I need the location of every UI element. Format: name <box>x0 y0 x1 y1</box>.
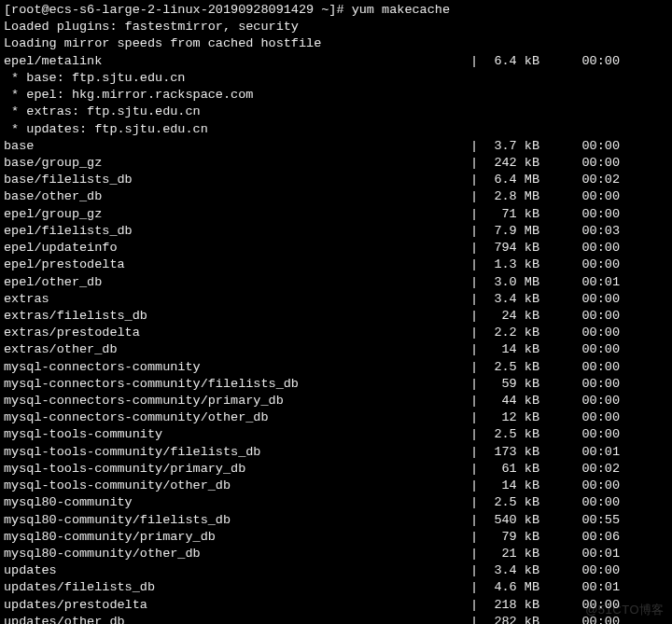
repo-time: 00:00 <box>545 393 620 409</box>
repo-name: epel/prestodelta <box>4 257 470 273</box>
repo-row: mysql-connectors-community/filelists_db|… <box>4 376 668 393</box>
repo-name: mysql80-community/other_db <box>4 546 470 562</box>
repo-size: 2.2 kB <box>480 325 545 341</box>
repo-row: mysql-connectors-community/primary_db| 4… <box>4 393 668 409</box>
repo-name: mysql-connectors-community/other_db <box>4 409 470 426</box>
repo-name: epel/other_db <box>4 274 470 291</box>
separator: | <box>470 409 480 426</box>
repo-size: 71 kB <box>480 206 545 223</box>
separator: | <box>470 240 480 257</box>
repo-time: 00:00 <box>545 426 620 443</box>
mirror-line: * updates: ftp.sjtu.edu.cn <box>4 121 668 138</box>
repo-time: 00:00 <box>545 409 620 426</box>
repo-size: 6.4 MB <box>480 172 545 188</box>
repo-name: base/other_db <box>4 188 470 205</box>
repo-name: extras/prestodelta <box>4 325 470 341</box>
separator: | <box>470 274 480 291</box>
repo-row: mysql80-community|2.5 kB00:00 <box>4 494 668 511</box>
separator: | <box>470 444 480 461</box>
repo-row: updates/prestodelta|218 kB00:00 <box>4 597 668 614</box>
separator: | <box>470 512 480 529</box>
repo-name: extras/filelists_db <box>4 308 470 325</box>
separator: | <box>470 53 480 70</box>
repo-time: 00:02 <box>545 172 620 188</box>
separator: | <box>470 494 480 511</box>
repo-size: 242 kB <box>480 155 545 172</box>
repo-time: 00:06 <box>545 529 620 546</box>
repo-time: 00:00 <box>545 155 620 172</box>
repo-size: 4.6 MB <box>480 579 545 596</box>
repo-size: 173 kB <box>480 444 545 461</box>
repo-time: 00:00 <box>545 206 620 223</box>
repo-time: 00:00 <box>545 53 620 70</box>
repo-row: mysql-tools-community/other_db| 14 kB00:… <box>4 478 668 494</box>
separator: | <box>470 562 480 579</box>
repo-name: extras/other_db <box>4 341 470 358</box>
repo-size: 218 kB <box>480 597 545 614</box>
separator: | <box>470 461 480 478</box>
repo-time: 00:02 <box>545 461 620 478</box>
repo-size: 3.0 MB <box>480 274 545 291</box>
repo-row: updates/filelists_db|4.6 MB00:01 <box>4 579 668 596</box>
repo-time: 00:00 <box>545 562 620 579</box>
repo-name: epel/metalink <box>4 53 470 70</box>
separator: | <box>470 579 480 596</box>
repo-row: updates|3.4 kB00:00 <box>4 562 668 579</box>
repo-row: epel/updateinfo|794 kB00:00 <box>4 240 668 257</box>
repo-name: mysql-tools-community/other_db <box>4 478 470 494</box>
prompt-line[interactable]: [root@ecs-s6-large-2-linux-2019092809142… <box>4 2 668 19</box>
repo-time: 00:00 <box>545 325 620 341</box>
repo-row: extras/other_db| 14 kB00:00 <box>4 341 668 358</box>
repo-time: 00:00 <box>545 257 620 273</box>
repo-time: 00:00 <box>545 291 620 308</box>
repo-row: epel/other_db|3.0 MB00:01 <box>4 274 668 291</box>
prompt-prefix: [root@ecs-s6-large-2-linux-2019092809142… <box>4 3 352 17</box>
repo-name: updates <box>4 562 470 579</box>
separator: | <box>470 597 480 614</box>
repo-row: epel/metalink | 6.4 kB 00:00 <box>4 53 668 70</box>
repo-row: extras|3.4 kB00:00 <box>4 291 668 308</box>
repo-size: 59 kB <box>480 376 545 393</box>
separator: | <box>470 257 480 273</box>
separator: | <box>470 223 480 240</box>
repo-row: base/other_db|2.8 MB00:00 <box>4 188 668 205</box>
repo-row: mysql-tools-community/primary_db| 61 kB0… <box>4 461 668 478</box>
separator: | <box>470 188 480 205</box>
repo-row: mysql-tools-community|2.5 kB00:00 <box>4 426 668 443</box>
separator: | <box>470 529 480 546</box>
repo-name: mysql-tools-community <box>4 426 470 443</box>
repo-time: 00:00 <box>545 376 620 393</box>
repo-size: 794 kB <box>480 240 545 257</box>
terminal-output: [root@ecs-s6-large-2-linux-2019092809142… <box>4 2 668 624</box>
repo-name: mysql-connectors-community/primary_db <box>4 393 470 409</box>
header-line: Loaded plugins: fastestmirror, security <box>4 19 668 35</box>
repo-size: 14 kB <box>480 478 545 494</box>
separator: | <box>470 393 480 409</box>
repo-size: 2.5 kB <box>480 359 545 376</box>
prompt-command: yum makecache <box>352 3 450 17</box>
repo-size: 3.4 kB <box>480 291 545 308</box>
repo-row: epel/filelists_db|7.9 MB00:03 <box>4 223 668 240</box>
header-line: Loading mirror speeds from cached hostfi… <box>4 35 668 52</box>
repo-row: epel/prestodelta|1.3 kB00:00 <box>4 257 668 273</box>
repo-size: 2.5 kB <box>480 494 545 511</box>
repo-size: 1.3 kB <box>480 257 545 273</box>
repo-time: 00:00 <box>545 494 620 511</box>
repo-name: epel/updateinfo <box>4 240 470 257</box>
repo-row: updates/other_db|282 kB00:00 <box>4 614 668 624</box>
repo-row: mysql80-community/other_db| 21 kB00:01 <box>4 546 668 562</box>
separator: | <box>470 478 480 494</box>
repo-name: mysql-connectors-community/filelists_db <box>4 376 470 393</box>
repo-size: 7.9 MB <box>480 223 545 240</box>
repo-name: mysql80-community/filelists_db <box>4 512 470 529</box>
repo-size: 14 kB <box>480 341 545 358</box>
repo-name: updates/other_db <box>4 614 470 624</box>
separator: | <box>470 614 480 624</box>
repo-time: 00:00 <box>545 478 620 494</box>
repo-size: 44 kB <box>480 393 545 409</box>
separator: | <box>470 291 480 308</box>
repo-row: mysql80-community/filelists_db|540 kB00:… <box>4 512 668 529</box>
separator: | <box>470 546 480 562</box>
repo-size: 79 kB <box>480 529 545 546</box>
repo-row: mysql-connectors-community|2.5 kB00:00 <box>4 359 668 376</box>
